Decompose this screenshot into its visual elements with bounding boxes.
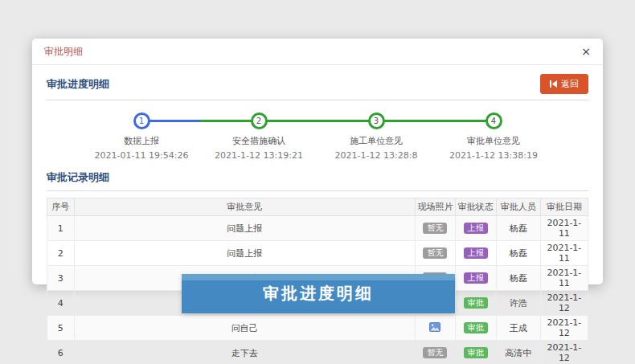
date-cell: 2021-1-11 bbox=[540, 241, 588, 266]
records-section-title: 审批记录明细 bbox=[47, 170, 109, 185]
modal-title: 审批明细 bbox=[44, 45, 83, 59]
opinion-cell: 问题上报 bbox=[74, 241, 415, 266]
status-cell: 审批 bbox=[456, 291, 496, 316]
timeline-step-label: 施工单位意见 bbox=[350, 135, 403, 147]
timeline-step-number: 1 bbox=[133, 112, 150, 129]
timeline-step-time: 2021-1-12 13:28:8 bbox=[335, 150, 418, 161]
timeline-connector bbox=[141, 120, 259, 122]
timeline-step-number: 4 bbox=[485, 112, 502, 129]
column-header: 现场照片 bbox=[415, 198, 455, 216]
row-number-cell: 6 bbox=[47, 341, 75, 364]
close-icon[interactable]: × bbox=[581, 46, 591, 57]
status-cell: 审批 bbox=[456, 341, 496, 364]
records-section-header: 审批记录明细 bbox=[47, 167, 588, 191]
date-cell: 2021-1-12 bbox=[540, 291, 588, 316]
person-cell: 杨磊 bbox=[496, 266, 540, 291]
status-badge: 审批 bbox=[464, 347, 488, 359]
status-cell: 上报 bbox=[456, 266, 496, 291]
progress-section-title: 审批进度明细 bbox=[47, 77, 109, 92]
status-badge: 上报 bbox=[464, 272, 488, 284]
row-number-cell: 4 bbox=[47, 291, 75, 316]
opinion-cell: 走下去 bbox=[74, 341, 415, 364]
photo-none-badge: 暂无 bbox=[423, 223, 447, 235]
records-header-row: 序号审批意见现场照片审批状态审批人员审批日期 bbox=[47, 198, 588, 216]
timeline-step-number: 2 bbox=[251, 112, 268, 129]
records-section: 审批记录明细 序号审批意见现场照片审批状态审批人员审批日期 1问题上报暂无上报杨… bbox=[47, 167, 588, 364]
person-cell: 高清中 bbox=[496, 341, 540, 364]
photo-thumbnail-icon[interactable] bbox=[429, 322, 440, 334]
page-background: 审批明细 × 审批进度明细 返回 1数据上报2021-01-11 19:54:2… bbox=[0, 0, 635, 364]
modal-header: 审批明细 × bbox=[32, 39, 603, 65]
status-badge: 上报 bbox=[464, 247, 488, 260]
back-button-label: 返回 bbox=[561, 78, 579, 90]
photo-none-badge: 暂无 bbox=[423, 247, 447, 260]
status-badge: 上报 bbox=[464, 223, 488, 235]
back-button[interactable]: 返回 bbox=[540, 74, 588, 94]
status-badge: 审批 bbox=[464, 297, 488, 309]
row-number-cell: 3 bbox=[47, 266, 75, 291]
status-cell: 上报 bbox=[456, 241, 496, 266]
column-header: 审批人员 bbox=[496, 198, 540, 216]
date-cell: 2021-1-12 bbox=[540, 341, 588, 364]
table-row: 5问自己审批王成2021-1-12 bbox=[47, 316, 588, 341]
timeline-step-label: 数据上报 bbox=[124, 135, 159, 147]
row-number-cell: 2 bbox=[47, 241, 75, 266]
row-number-cell: 5 bbox=[47, 316, 75, 341]
timeline-step-time: 2021-1-12 13:38:19 bbox=[449, 150, 538, 161]
caption-banner: 审批进度明细 bbox=[182, 274, 455, 313]
timeline-connector bbox=[376, 120, 494, 122]
step-backward-icon bbox=[550, 80, 557, 88]
table-row: 2问题上报暂无上报杨磊2021-1-11 bbox=[47, 241, 588, 266]
person-cell: 王成 bbox=[496, 316, 540, 341]
person-cell: 许浩 bbox=[496, 291, 540, 316]
status-cell: 审批 bbox=[456, 316, 496, 341]
timeline-step-number: 3 bbox=[368, 112, 385, 129]
date-cell: 2021-1-12 bbox=[540, 316, 588, 341]
timeline-step-label: 审批单位意见 bbox=[467, 135, 520, 147]
column-header: 审批意见 bbox=[74, 198, 415, 216]
date-cell: 2021-1-11 bbox=[540, 266, 588, 291]
date-cell: 2021-1-11 bbox=[540, 216, 588, 241]
photo-cell: 暂无 bbox=[415, 216, 455, 241]
modal-body: 审批进度明细 返回 1数据上报2021-01-11 19:54:262安全措施确… bbox=[32, 65, 603, 364]
column-header: 审批日期 bbox=[540, 198, 588, 216]
timeline-step: 1数据上报2021-01-11 19:54:26 bbox=[83, 112, 200, 161]
caption-banner-text: 审批进度明细 bbox=[263, 283, 374, 305]
row-number-cell: 1 bbox=[47, 216, 75, 241]
column-header: 审批状态 bbox=[456, 198, 496, 216]
approval-detail-modal: 审批明细 × 审批进度明细 返回 1数据上报2021-01-11 19:54:2… bbox=[32, 39, 603, 284]
opinion-cell: 问题上报 bbox=[74, 216, 415, 241]
opinion-cell: 问自己 bbox=[74, 316, 415, 341]
photo-cell bbox=[415, 316, 455, 341]
timeline-step-time: 2021-01-11 19:54:26 bbox=[95, 150, 189, 161]
timeline-step-label: 安全措施确认 bbox=[232, 135, 285, 147]
timeline-step-time: 2021-1-12 13:19:21 bbox=[215, 150, 303, 161]
photo-cell: 暂无 bbox=[415, 341, 455, 364]
column-header: 序号 bbox=[47, 198, 75, 216]
photo-none-badge: 暂无 bbox=[423, 347, 447, 359]
person-cell: 杨磊 bbox=[496, 216, 540, 241]
table-row: 6走下去暂无审批高清中2021-1-12 bbox=[47, 341, 588, 364]
status-badge: 审批 bbox=[464, 322, 488, 334]
person-cell: 杨磊 bbox=[496, 241, 540, 266]
table-row: 1问题上报暂无上报杨磊2021-1-11 bbox=[47, 216, 588, 241]
photo-cell: 暂无 bbox=[415, 241, 455, 266]
timeline: 1数据上报2021-01-11 19:54:262安全措施确认2021-1-12… bbox=[47, 100, 588, 166]
timeline-connector bbox=[259, 120, 376, 122]
status-cell: 上报 bbox=[456, 216, 496, 241]
progress-section-header: 审批进度明细 返回 bbox=[47, 71, 588, 100]
